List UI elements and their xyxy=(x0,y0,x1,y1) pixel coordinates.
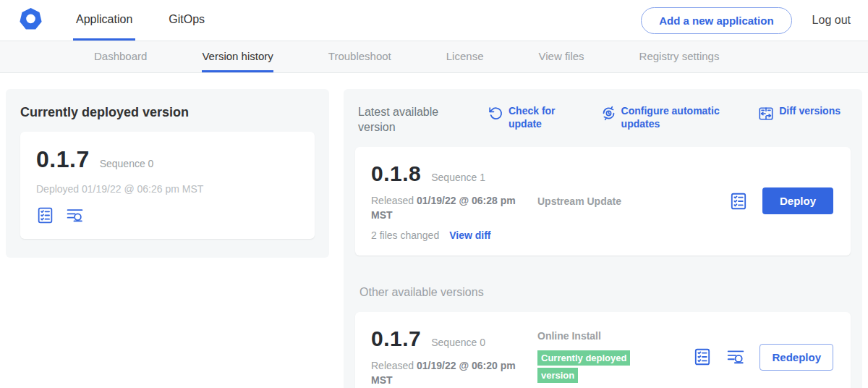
main-content: Currently deployed version 0.1.7 Sequenc… xyxy=(0,73,868,388)
other-versions-title: Other available versions xyxy=(359,286,851,299)
deploy-logs-icon[interactable] xyxy=(66,206,84,224)
tab-gitops[interactable]: GitOps xyxy=(166,0,208,41)
kots-heptagon-logo-icon xyxy=(17,6,44,35)
latest-version-label: 0.1.8 xyxy=(371,161,421,186)
deployed-version-label: 0.1.7 xyxy=(36,146,90,173)
diff-versions-label: Diff versions xyxy=(779,105,841,118)
other-version-label: 0.1.7 xyxy=(371,326,421,351)
currently-deployed-panel: Currently deployed version 0.1.7 Sequenc… xyxy=(6,89,329,258)
deploy-button[interactable]: Deploy xyxy=(762,187,833,214)
subnav-item-view-files[interactable]: View files xyxy=(538,41,584,72)
other-version-card: 0.1.7 Sequence 0 Released 01/19/22 @ 06:… xyxy=(355,312,851,388)
refresh-icon xyxy=(488,105,503,125)
preflight-checklist-icon[interactable] xyxy=(693,347,712,366)
add-application-button[interactable]: Add a new application xyxy=(641,7,791,34)
files-changed-label: 2 files changed xyxy=(371,229,439,241)
diff-versions-button[interactable]: Diff versions xyxy=(758,105,841,125)
version-source-label: Upstream Update xyxy=(537,195,729,207)
subnav-item-dashboard[interactable]: Dashboard xyxy=(94,41,147,72)
version-source-label: Online Install xyxy=(537,330,693,342)
preflight-checklist-icon[interactable] xyxy=(729,192,748,211)
auto-update-clock-icon xyxy=(601,105,616,125)
deployed-timestamp: Deployed 01/19/22 @ 06:26 pm MST xyxy=(36,183,299,195)
top-nav: Application GitOps Add a new application… xyxy=(0,0,868,41)
subnav-item-registry-settings[interactable]: Registry settings xyxy=(639,41,720,72)
logout-button[interactable]: Log out xyxy=(812,14,851,27)
currently-deployed-card: 0.1.7 Sequence 0 Deployed 01/19/22 @ 06:… xyxy=(20,132,315,239)
other-released-timestamp: Released 01/19/22 @ 06:20 pm MST xyxy=(371,358,532,388)
subnav-item-version-history[interactable]: Version history xyxy=(202,41,273,72)
tab-application[interactable]: Application xyxy=(73,0,135,41)
other-sequence-label: Sequence 0 xyxy=(431,337,485,348)
diff-table-icon xyxy=(758,105,774,125)
subnav-item-troubleshoot[interactable]: Troubleshoot xyxy=(328,41,391,72)
configure-automatic-updates-button[interactable]: Configure automatic updates xyxy=(601,105,727,130)
released-label: Released xyxy=(371,195,414,206)
tab-application-label: Application xyxy=(76,13,132,26)
top-tabs: Application GitOps xyxy=(73,0,208,41)
preflight-checklist-icon[interactable] xyxy=(36,206,54,224)
latest-released-timestamp: Released 01/19/22 @ 06:28 pm MST xyxy=(371,193,532,223)
latest-available-panel: Latest available version Check for updat… xyxy=(344,89,862,388)
latest-sequence-label: Sequence 1 xyxy=(431,172,485,183)
released-label: Released xyxy=(371,360,414,371)
latest-available-title: Latest available version xyxy=(358,105,459,135)
redeploy-button[interactable]: Redeploy xyxy=(760,344,833,371)
tab-gitops-label: GitOps xyxy=(169,13,205,26)
check-for-update-button[interactable]: Check for update xyxy=(488,105,569,130)
view-diff-link[interactable]: View diff xyxy=(449,229,490,241)
subnav-item-license[interactable]: License xyxy=(446,41,484,72)
check-for-update-label: Check for update xyxy=(509,105,569,130)
currently-deployed-badge: Currently deployed version xyxy=(537,350,630,384)
currently-deployed-title: Currently deployed version xyxy=(20,105,315,120)
deployed-sequence-label: Sequence 0 xyxy=(100,158,154,169)
latest-version-card: 0.1.8 Sequence 1 Released 01/19/22 @ 06:… xyxy=(355,147,851,256)
configure-automatic-updates-label: Configure automatic updates xyxy=(621,105,727,130)
app-logo[interactable] xyxy=(17,0,44,41)
deploy-logs-icon[interactable] xyxy=(726,347,745,366)
app-sub-nav: Dashboard Version history Troubleshoot L… xyxy=(0,41,868,73)
